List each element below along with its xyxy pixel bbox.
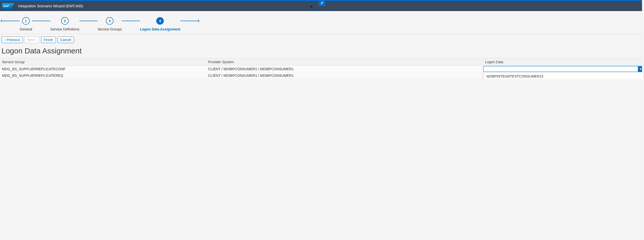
wizard-connector (79, 21, 98, 21)
wizard-step-number: 1 (22, 17, 30, 25)
wizard-step-label: Service Groups (98, 27, 122, 31)
sap-logo: SAP (2, 3, 14, 9)
page-header-title: Integration Scenario Wizard (EMT;405) (18, 4, 83, 8)
svg-text:SAP: SAP (3, 4, 9, 8)
chevron-right-icon: › (35, 38, 37, 42)
column-header-provider-system[interactable]: Provider System (206, 58, 483, 66)
logon-data-dropdown-list[interactable]: MDBPINTEGRTESTCONSUMER15MDBPINTGRTESTCON… (483, 72, 644, 79)
wizard-step-number: 3 (106, 17, 113, 25)
logon-data-table: Service Group Provider System Logon Data… (0, 58, 644, 79)
table-row[interactable]: MDG_BS_SUPPLIERREPLICATECONF CLIENT / MD… (0, 66, 644, 73)
button-label: Previous (7, 38, 20, 42)
wizard-step-label: General (20, 27, 32, 31)
button-label: Finish (44, 38, 53, 42)
cell-logon-data: ▼ MDBPINTEGRTESTCONSUMER15MDBPINTGRTESTC… (483, 66, 644, 73)
cell-provider-system: CLIENT / MDIBPCONSUMER1 / MDIBPCONSUMER1 (206, 73, 483, 79)
wizard-connector (32, 21, 50, 21)
column-header-service-group[interactable]: Service Group (0, 58, 206, 66)
wizard-step-number: 4 (156, 17, 164, 25)
wizard-steps: 1 General 2 Service Definitions 3 Servic… (0, 11, 644, 34)
button-label: Cancel (60, 38, 71, 42)
previous-button[interactable]: ‹ Previous (2, 37, 23, 43)
wizard-step-label: Service Definitions (50, 27, 79, 31)
wizard-step-logon-data-assignment[interactable]: 4 Logon Data Assignment (140, 17, 180, 31)
next-button: Next › (24, 37, 39, 43)
wizard-step-service-definitions[interactable]: 2 Service Definitions (50, 17, 79, 31)
wizard-step-number: 2 (61, 17, 69, 25)
vertical-scrollbar[interactable] (642, 0, 644, 79)
button-label: Next (27, 38, 34, 42)
cell-service-group: MDG_BS_SUPPLIERREPLICATECONF (0, 66, 206, 73)
finish-button[interactable]: Finish (41, 37, 56, 43)
logon-data-input[interactable] (484, 66, 638, 72)
chevron-left-icon: ‹ (4, 38, 6, 42)
wizard-connector (2, 21, 20, 21)
dropdown-option[interactable]: MDBPINTEGRTESTCONSUMER15 (484, 72, 643, 79)
wizard-step-general[interactable]: 1 General (20, 17, 32, 31)
chevron-down-icon: ▼ (639, 67, 642, 71)
cell-provider-system: CLIENT / MDIBPCONSUMER1 / MDIBPCONSUMER1 (206, 66, 483, 73)
cell-service-group: MDG_BS_SUPPLIERREPLICATEREQ (0, 73, 206, 79)
wizard-connector (180, 21, 198, 21)
wizard-step-service-groups[interactable]: 3 Service Groups (98, 17, 122, 31)
paypal-icon (319, 1, 325, 6)
column-header-logon-data[interactable]: Logon Data (483, 58, 644, 66)
wizard-step-label: Logon Data Assignment (140, 27, 180, 31)
app-header: SAP Integration Scenario Wizard (EMT;405… (0, 0, 644, 11)
cancel-button[interactable]: Cancel (57, 37, 74, 43)
logon-data-combobox[interactable]: ▼ (483, 66, 644, 72)
page-title: Logon Data Assignment (0, 46, 644, 58)
wizard-connector (122, 21, 140, 21)
wizard-toolbar: ‹ Previous Next › Finish Cancel (0, 34, 644, 46)
